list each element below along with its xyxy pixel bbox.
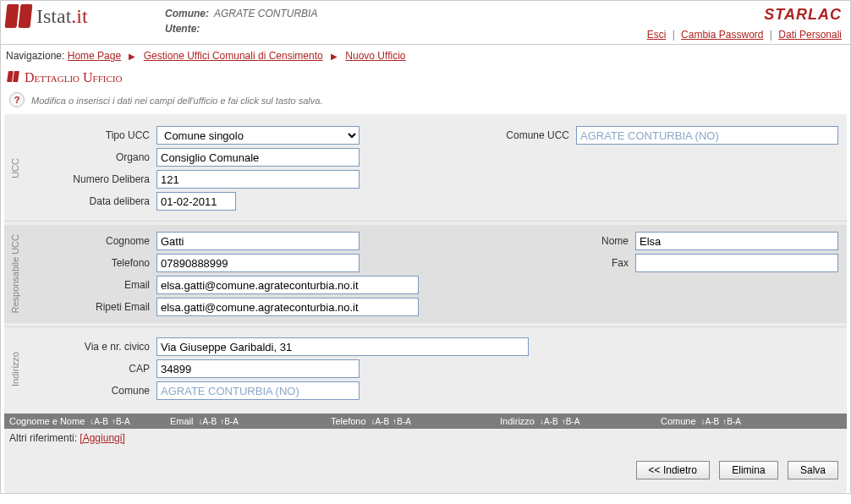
col-email: Email xyxy=(170,416,194,426)
col-comune: Comune xyxy=(661,416,696,426)
label-comune-indirizzo: Comune xyxy=(30,385,156,397)
breadcrumb: Navigazione: Home Page ▶ Gestione Uffici… xyxy=(1,45,850,67)
table-header: Cognome e Nome ↓A-B ↑B-A Email ↓A-B ↑B-A… xyxy=(4,414,847,429)
sort-comune-desc[interactable]: ↑B-A xyxy=(722,417,741,426)
sort-cognome-desc[interactable]: ↑B-A xyxy=(112,417,130,426)
label-tipo-ucc: Tipo UCC xyxy=(30,129,156,141)
sort-telefono-asc[interactable]: ↓A-B xyxy=(371,417,390,426)
side-label-resp: Responsabile UCC xyxy=(10,234,20,314)
input-fax[interactable] xyxy=(635,254,838,272)
sort-indirizzo-asc[interactable]: ↓A-B xyxy=(540,417,558,426)
label-fax: Fax xyxy=(576,257,635,269)
button-bar: << Indietro Elimina Salva xyxy=(4,447,847,488)
input-numero-delibera[interactable] xyxy=(156,170,360,189)
input-nome[interactable] xyxy=(635,232,838,250)
label-nome: Nome xyxy=(576,235,635,247)
divider xyxy=(4,326,847,327)
section-indirizzo: Indirizzo Via e nr. civico CAP Comune xyxy=(4,331,847,407)
label-email: Email xyxy=(30,279,156,291)
comune-value: AGRATE CONTURBIA xyxy=(214,8,317,19)
utente-label: Utente: xyxy=(165,23,200,35)
label-via: Via e nr. civico xyxy=(30,341,156,353)
top-links: Esci | Cambia Password | Dati Personali xyxy=(647,29,842,41)
label-cognome: Cognome xyxy=(30,235,156,247)
section-responsabile: Responsabile UCC Cognome Nome Telefono xyxy=(4,225,847,323)
sort-cognome-asc[interactable]: ↓A-B xyxy=(90,417,108,426)
link-esci[interactable]: Esci xyxy=(647,29,667,41)
refline-label: Altri riferimenti: xyxy=(9,432,77,444)
input-cap[interactable] xyxy=(156,359,360,378)
label-numero-delibera: Numero Delibera xyxy=(30,173,156,185)
sort-comune-asc[interactable]: ↓A-B xyxy=(701,417,720,426)
input-via[interactable] xyxy=(156,337,529,356)
input-email[interactable] xyxy=(156,276,419,294)
header-info: Comune: AGRATE CONTURBIA Utente: xyxy=(158,4,644,38)
sort-email-asc[interactable]: ↓A-B xyxy=(199,417,217,426)
select-tipo-ucc[interactable]: Comune singolo xyxy=(156,126,360,145)
input-ripeti-email[interactable] xyxy=(156,298,419,316)
label-telefono: Telefono xyxy=(30,257,156,269)
breadcrumb-level2[interactable]: Nuovo Ufficio xyxy=(345,50,405,62)
breadcrumb-label: Navigazione: xyxy=(6,50,64,62)
side-label-indirizzo: Indirizzo xyxy=(10,352,20,386)
label-ripeti-email: Ripeti Email xyxy=(30,301,156,313)
input-comune-ucc xyxy=(576,126,838,145)
col-telefono: Telefono xyxy=(331,416,366,426)
sort-telefono-desc[interactable]: ↑B-A xyxy=(393,417,411,426)
altri-riferimenti: Altri riferimenti: [Aggiungi] xyxy=(4,429,847,447)
help-icon: ? xyxy=(9,92,25,107)
label-organo: Organo xyxy=(30,151,156,163)
sort-indirizzo-desc[interactable]: ↑B-A xyxy=(562,417,580,426)
sort-email-desc[interactable]: ↑B-A xyxy=(220,417,239,426)
input-data-delibera[interactable] xyxy=(156,192,236,211)
input-cognome[interactable] xyxy=(156,232,360,250)
section-icon xyxy=(8,70,21,82)
indietro-button[interactable]: << Indietro xyxy=(636,461,710,479)
divider xyxy=(4,221,847,222)
side-label-ucc: UCC xyxy=(10,158,20,178)
app-brand: STARLAC xyxy=(647,6,842,24)
label-cap: CAP xyxy=(30,363,156,375)
section-title: Dettaglio Ufficio xyxy=(1,67,850,90)
chevron-right-icon: ▶ xyxy=(331,52,338,61)
label-comune-ucc: Comune UCC xyxy=(483,129,576,141)
col-cognome-nome: Cognome e Nome xyxy=(9,416,85,426)
page-header: Istat.it Comune: AGRATE CONTURBIA Utente… xyxy=(1,1,850,45)
salva-button[interactable]: Salva xyxy=(788,461,838,479)
comune-label: Comune: xyxy=(165,8,209,19)
chevron-right-icon: ▶ xyxy=(129,52,135,61)
input-telefono[interactable] xyxy=(156,254,360,272)
col-indirizzo: Indirizzo xyxy=(500,416,535,426)
breadcrumb-home[interactable]: Home Page xyxy=(68,50,121,62)
section-ucc: UCC Tipo UCC Comune singolo Comune UCC O… xyxy=(4,119,847,217)
link-aggiungi[interactable]: [Aggiungi] xyxy=(80,432,124,444)
breadcrumb-level1[interactable]: Gestione Uffici Comunali di Censimento xyxy=(144,50,323,62)
link-cambia-password[interactable]: Cambia Password xyxy=(681,29,763,41)
link-dati-personali[interactable]: Dati Personali xyxy=(778,29,842,41)
elimina-button[interactable]: Elimina xyxy=(719,461,777,479)
logo: Istat.it xyxy=(6,4,158,28)
logo-icon xyxy=(6,4,31,28)
input-organo[interactable] xyxy=(156,148,360,167)
input-comune-indirizzo xyxy=(156,381,360,400)
logo-text: Istat.it xyxy=(36,5,88,28)
help-text: ? Modifica o inserisci i dati nei campi … xyxy=(1,90,850,114)
label-data-delibera: Data delibera xyxy=(30,195,156,207)
